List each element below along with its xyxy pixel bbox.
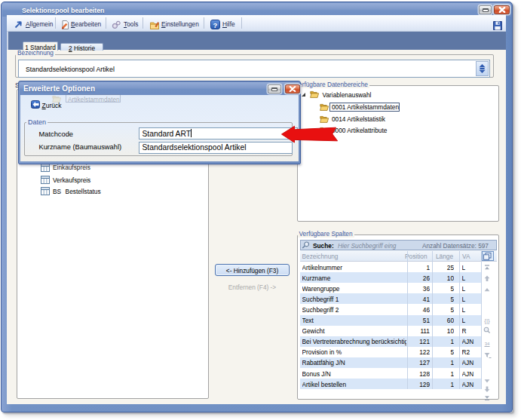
svg-text:34: 34 <box>485 342 490 346</box>
svg-text:{|}: {|} <box>484 317 490 323</box>
